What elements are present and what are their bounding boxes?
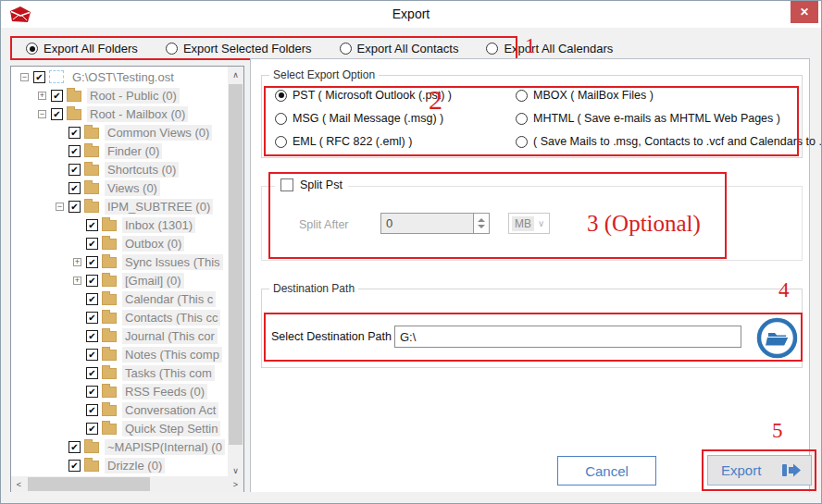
scope-option-export-all-contacts[interactable]: Export All Contacts: [340, 42, 459, 55]
tree-checkbox[interactable]: ✔: [68, 145, 81, 157]
split-unit-value: MB: [512, 216, 534, 231]
radio-button-icon[interactable]: [516, 136, 528, 148]
split-pst-checkbox[interactable]: [280, 178, 293, 191]
folder-icon: [102, 350, 117, 361]
scroll-left-icon[interactable]: <: [11, 476, 27, 492]
scope-option-export-all-folders[interactable]: Export All Folders: [26, 42, 138, 55]
tree-vertical-scrollbar[interactable]: ∧ ∨: [228, 67, 243, 478]
tree-checkbox[interactable]: ✔: [68, 127, 81, 139]
collapse-icon[interactable]: −: [38, 110, 46, 118]
export-format-msg-mail-message-msg[interactable]: MSG ( Mail Message (.msg) ): [275, 112, 452, 125]
tree-row[interactable]: ✔Conversation Act: [11, 400, 230, 419]
folder-icon: [102, 387, 117, 398]
tree-item-label: Root - Public (0): [87, 88, 180, 104]
tree-row[interactable]: ✔Calendar (This c: [11, 289, 230, 308]
expand-icon[interactable]: +: [73, 277, 81, 285]
tree-checkbox[interactable]: ✔: [86, 219, 98, 231]
tree-row[interactable]: ✔~MAPISP(Internal) (0: [11, 437, 230, 456]
tree-row[interactable]: −✔IPM_SUBTREE (0): [11, 197, 230, 215]
radio-button-icon[interactable]: [275, 113, 287, 125]
tree-checkbox[interactable]: ✔: [86, 238, 98, 250]
tree-item-label: Root - Mailbox (0): [87, 106, 188, 122]
tree-checkbox[interactable]: ✔: [68, 460, 81, 472]
tree-item-label: [Gmail] (0): [122, 273, 184, 289]
scope-option-label: Export All Folders: [44, 42, 138, 55]
tree-item-label: Contacts (This cc: [122, 310, 220, 326]
tree-checkbox[interactable]: ✔: [86, 386, 98, 398]
spin-up-icon[interactable]: [478, 218, 485, 222]
export-format-mbox-mailbox-files[interactable]: MBOX ( MailBox Files ): [516, 89, 822, 102]
radio-button-icon[interactable]: [26, 43, 38, 55]
expand-icon[interactable]: +: [73, 258, 81, 266]
tree-row[interactable]: ✔Drizzle (0): [11, 456, 230, 474]
tree-checkbox[interactable]: ✔: [33, 71, 45, 83]
tree-checkbox[interactable]: ✔: [86, 423, 98, 435]
expand-icon[interactable]: +: [38, 92, 46, 100]
scroll-up-icon[interactable]: ∧: [228, 67, 243, 82]
tree-row[interactable]: ✔Inbox (1301): [11, 215, 230, 234]
close-icon[interactable]: ✕: [791, 1, 818, 23]
tree-checkbox[interactable]: ✔: [68, 182, 81, 194]
tree-checkbox[interactable]: ✔: [86, 349, 98, 361]
collapse-icon[interactable]: −: [56, 203, 64, 211]
tree-checkbox[interactable]: ✔: [51, 90, 63, 102]
annotation-number-3: 3 (Optional): [587, 211, 701, 237]
cancel-button[interactable]: Cancel: [557, 456, 656, 486]
split-size-spinner[interactable]: 0: [380, 213, 490, 234]
tree-row[interactable]: +✔Sync Issues (This: [11, 252, 230, 271]
tree-row[interactable]: −✔Root - Mailbox (0): [11, 104, 230, 123]
tree-row[interactable]: +✔[Gmail] (0): [11, 271, 230, 289]
radio-button-icon[interactable]: [516, 113, 528, 125]
spinner-arrows-icon[interactable]: [473, 214, 489, 233]
tree-row[interactable]: ✔Journal (This cor: [11, 326, 230, 345]
tree-checkbox[interactable]: ✔: [68, 164, 81, 176]
split-unit-dropdown[interactable]: MB ∨: [508, 213, 550, 234]
tree-checkbox[interactable]: ✔: [68, 201, 81, 213]
scope-option-export-selected-folders[interactable]: Export Selected Folders: [166, 42, 312, 55]
radio-button-icon[interactable]: [166, 43, 178, 55]
tree-row[interactable]: ✔Shortcuts (0): [11, 160, 230, 178]
tree-row[interactable]: +✔Root - Public (0): [11, 86, 230, 104]
collapse-icon[interactable]: −: [20, 73, 29, 81]
tree-row[interactable]: ✔Finder (0): [11, 141, 230, 160]
folder-icon: [84, 442, 99, 453]
export-button[interactable]: Export: [707, 455, 812, 486]
tree-checkbox[interactable]: ✔: [86, 275, 98, 287]
tree-checkbox[interactable]: ✔: [68, 441, 81, 453]
tree-row[interactable]: ✔RSS Feeds (0): [11, 382, 230, 400]
export-format-eml-rfc-822-eml[interactable]: EML ( RFC 822 (.eml) ): [275, 135, 452, 148]
radio-button-icon[interactable]: [340, 43, 352, 55]
export-format-pst-microsoft-outlook-pst[interactable]: PST ( Microsoft Outlook (.pst) ): [275, 89, 452, 102]
scope-option-export-all-calendars[interactable]: Export All Calendars: [486, 42, 613, 55]
browse-folder-button[interactable]: [756, 317, 798, 359]
tree-checkbox[interactable]: ✔: [86, 293, 98, 305]
tree-checkbox[interactable]: ✔: [86, 330, 98, 342]
tree-row[interactable]: ✔Tasks (This com: [11, 363, 230, 382]
radio-button-icon[interactable]: [486, 43, 498, 55]
split-pst-checkbox-row[interactable]: Split Pst: [275, 178, 348, 191]
tree-checkbox[interactable]: ✔: [86, 367, 98, 379]
radio-button-icon[interactable]: [275, 90, 287, 102]
radio-button-icon[interactable]: [516, 90, 528, 102]
horizontal-scroll-thumb[interactable]: [28, 477, 150, 491]
export-format-save-mails-to-msg-contacts-to-vcf-and-calendars-to-ics[interactable]: ( Save Mails to .msg, Contacts to .vcf a…: [516, 135, 822, 148]
tree-checkbox[interactable]: ✔: [86, 404, 98, 416]
tree-row[interactable]: ✔Outbox (0): [11, 234, 230, 252]
tree-row[interactable]: ✔Quick Step Settin: [11, 419, 230, 437]
tree-checkbox[interactable]: ✔: [86, 312, 98, 324]
destination-path-input[interactable]: [394, 326, 741, 348]
tree-row[interactable]: ✔Views (0): [11, 178, 230, 197]
tree-row[interactable]: ✔Notes (This comp: [11, 345, 230, 363]
vertical-scroll-thumb[interactable]: [229, 84, 243, 445]
folder-icon: [102, 313, 117, 324]
scroll-right-icon[interactable]: >: [228, 476, 243, 492]
spin-down-icon[interactable]: [478, 225, 485, 228]
tree-row[interactable]: ✔Contacts (This cc: [11, 308, 230, 326]
tree-horizontal-scrollbar[interactable]: < >: [11, 476, 243, 492]
tree-checkbox[interactable]: ✔: [51, 108, 63, 120]
export-format-mhtml-save-e-mails-as-mhtml-web-pages[interactable]: MHTML ( Save e-mails as MHTML Web Pages …: [516, 112, 822, 125]
tree-checkbox[interactable]: ✔: [86, 256, 98, 268]
tree-row[interactable]: −✔G:\OST\Testing.ost: [11, 68, 230, 86]
radio-button-icon[interactable]: [275, 136, 287, 148]
tree-row[interactable]: ✔Common Views (0): [11, 123, 230, 141]
